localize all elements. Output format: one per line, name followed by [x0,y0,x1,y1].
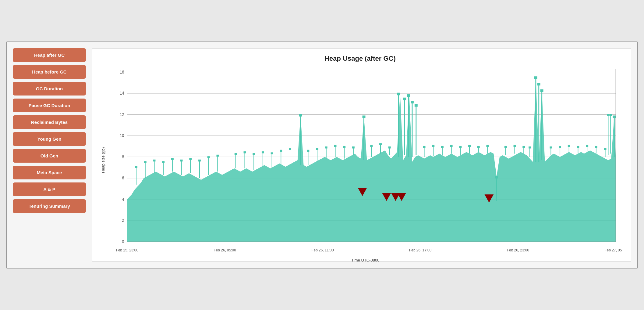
svg-rect-68 [216,155,219,157]
svg-rect-88 [325,146,327,148]
svg-rect-112 [468,145,471,147]
svg-rect-42 [534,76,537,79]
svg-rect-40 [495,176,498,178]
svg-rect-26 [299,114,302,117]
svg-rect-64 [198,160,201,161]
sidebar-btn-heap-before-gc[interactable]: Heap before GC [13,65,86,79]
svg-rect-50 [135,166,137,168]
svg-rect-76 [262,151,264,153]
svg-text:Feb 26, 05:00: Feb 26, 05:00 [214,248,236,253]
svg-rect-54 [153,160,156,161]
svg-text:6: 6 [122,176,124,181]
chart-inner: 0 2 4 6 8 10 12 14 16 Feb 25, 23:00 Feb … [109,66,622,255]
svg-rect-110 [459,146,462,148]
svg-rect-48 [613,116,616,118]
chart-title: Heap Usage (after GC) [98,55,622,63]
svg-rect-62 [189,158,192,160]
svg-rect-120 [514,145,516,147]
svg-rect-128 [559,146,561,148]
sidebar-btn-a-and-p[interactable]: A & P [13,182,86,196]
svg-text:Feb 27, 05:00: Feb 27, 05:00 [605,248,622,253]
svg-rect-38 [415,104,418,107]
svg-rect-70 [235,153,237,155]
svg-text:10: 10 [120,133,124,138]
svg-rect-28 [363,116,366,118]
svg-text:Feb 26, 23:00: Feb 26, 23:00 [507,248,529,253]
sidebar-btn-tenuring-summary[interactable]: Tenuring Summary [13,199,86,213]
svg-rect-52 [144,161,147,163]
svg-text:Feb 26, 17:00: Feb 26, 17:00 [409,248,431,253]
svg-rect-60 [180,160,183,161]
svg-rect-126 [550,146,552,148]
svg-rect-136 [595,146,597,148]
svg-rect-44 [537,83,540,86]
svg-text:Feb 25, 23:00: Feb 25, 23:00 [116,248,138,253]
chart-wrapper: Heap size (gb) [98,66,622,255]
svg-text:14: 14 [120,91,124,96]
svg-rect-34 [407,94,410,97]
svg-rect-74 [253,153,255,155]
svg-rect-114 [477,146,480,148]
svg-rect-138 [604,148,607,150]
svg-rect-98 [379,143,382,145]
sidebar-btn-pause-gc-duration[interactable]: Pause GC Duration [13,99,86,112]
svg-rect-108 [450,145,453,147]
svg-rect-78 [271,152,273,154]
sidebar-btn-meta-space[interactable]: Meta Space [13,166,86,179]
svg-rect-66 [207,156,210,158]
svg-rect-102 [423,146,426,148]
svg-rect-90 [334,145,337,147]
sidebar-btn-reclaimed-bytes[interactable]: Reclaimed Bytes [13,115,86,129]
svg-rect-72 [244,151,246,153]
svg-text:4: 4 [122,197,124,202]
svg-rect-134 [586,145,588,147]
svg-rect-104 [432,145,434,147]
svg-rect-130 [568,145,570,147]
chart-svg: 0 2 4 6 8 10 12 14 16 Feb 25, 23:00 Feb … [109,66,622,255]
svg-text:0: 0 [122,239,124,244]
svg-rect-58 [171,158,174,160]
svg-text:12: 12 [120,112,124,117]
svg-rect-32 [403,98,406,100]
sidebar-btn-gc-duration[interactable]: GC Duration [13,82,86,96]
svg-rect-84 [307,150,309,152]
svg-rect-142 [609,114,612,116]
svg-rect-122 [522,146,525,148]
svg-rect-82 [289,148,291,150]
sidebar: Heap after GCHeap before GCGC DurationPa… [13,48,86,262]
svg-text:Feb 26, 11:00: Feb 26, 11:00 [311,248,334,253]
svg-rect-118 [504,146,507,148]
chart-area: Heap Usage (after GC) Heap size (gb) [92,48,631,262]
svg-rect-56 [162,161,165,163]
svg-rect-46 [540,89,543,92]
svg-rect-96 [370,145,373,147]
sidebar-btn-young-gen[interactable]: Young Gen [13,132,86,146]
svg-text:2: 2 [122,218,124,223]
svg-rect-106 [441,146,444,148]
svg-rect-94 [352,146,355,148]
svg-rect-92 [343,146,345,148]
svg-rect-30 [397,93,400,96]
svg-rect-140 [607,114,609,116]
svg-rect-80 [280,150,282,152]
svg-rect-86 [316,148,318,150]
svg-rect-36 [411,101,414,103]
svg-rect-124 [529,146,531,148]
svg-rect-116 [486,145,489,147]
svg-text:8: 8 [122,154,124,159]
svg-rect-100 [388,146,391,148]
x-axis-label: Time UTC-0800 [109,258,622,262]
main-container: Heap after GCHeap before GCGC DurationPa… [6,41,638,269]
svg-rect-132 [577,146,579,148]
svg-text:16: 16 [120,70,124,74]
y-axis-label: Heap size (gb) [98,66,108,255]
sidebar-btn-old-gen[interactable]: Old Gen [13,149,86,163]
sidebar-btn-heap-after-gc[interactable]: Heap after GC [13,48,86,62]
